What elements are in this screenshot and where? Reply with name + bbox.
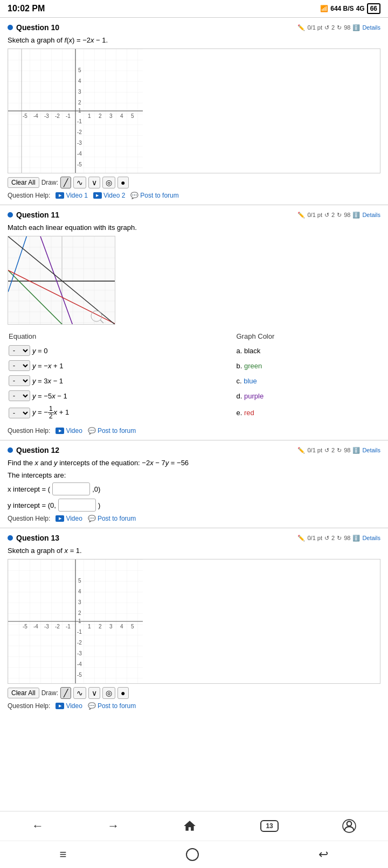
svg-text:3: 3: [109, 624, 113, 629]
question-12-help: Question Help: Video 💬 Post to forum: [8, 515, 380, 522]
bottom-nav: ← → 13 ≡ ↩: [0, 811, 388, 868]
question-13-video-label: Video: [66, 702, 82, 710]
question-12-prompt: Find the x and y intercepts of the equat…: [8, 459, 189, 467]
video-icon-11: [56, 428, 64, 434]
home-icon: [183, 819, 197, 833]
info-icon-13: ℹ️: [352, 535, 360, 542]
svg-point-77: [347, 821, 352, 826]
svg-text:-1: -1: [77, 629, 82, 635]
forum-icon-11: 💬: [88, 427, 96, 435]
svg-text:-1: -1: [77, 118, 82, 124]
draw-point-btn-13[interactable]: ●: [117, 687, 128, 699]
circle-icon: [185, 848, 199, 862]
question-12-forum-link[interactable]: 💬 Post to forum: [88, 515, 136, 522]
question-13-forum-link[interactable]: 💬 Post to forum: [88, 702, 136, 710]
question-12-video-link[interactable]: Video: [56, 515, 82, 522]
svg-text:2: 2: [99, 624, 102, 629]
match-select-0[interactable]: -abcde: [9, 345, 30, 356]
undo-icon-12: ↺: [324, 447, 329, 454]
match-select-1[interactable]: -abcde: [9, 360, 30, 371]
y-intercept-suffix: ): [98, 501, 100, 509]
question-13-video-link[interactable]: Video: [56, 702, 82, 710]
question-12-undo: 2: [331, 447, 335, 453]
question-10-section: Question 10 ✏️ 0/1 pt ↺ 2 ↻ 98 ℹ️ Detail…: [0, 17, 388, 205]
svg-text:4: 4: [120, 624, 123, 629]
question-11-details[interactable]: Details: [362, 212, 380, 218]
draw-dot-btn-10[interactable]: ◎: [102, 177, 115, 188]
edit-icon: ✏️: [297, 24, 305, 31]
menu-button[interactable]: ≡: [54, 845, 72, 864]
y-intercept-input[interactable]: [58, 499, 96, 512]
question-11-graph[interactable]: [8, 236, 115, 325]
svg-text:-4: -4: [77, 661, 82, 667]
info-icon-12: ℹ️: [352, 447, 360, 454]
graph-13-svg[interactable]: 5 4 3 2 1 -1 -2 -3 -4 -5 -5 -4 -3 -2 -1 …: [8, 559, 143, 683]
question-11-forum-link[interactable]: 💬 Post to forum: [88, 427, 136, 435]
graph-10-svg[interactable]: 5 4 3 2 1 -1 -2 -3 -4 -5 -5 -4 -3 -2 -1 …: [8, 49, 143, 173]
x-intercept-input[interactable]: [52, 482, 90, 495]
forward-button[interactable]: →: [102, 817, 124, 835]
svg-point-79: [186, 849, 198, 860]
question-10-details[interactable]: Details: [362, 24, 380, 31]
svg-text:-3: -3: [77, 140, 82, 146]
question-13-dot: [8, 535, 13, 541]
draw-wave-btn-10[interactable]: ∿: [73, 177, 86, 188]
match-select-3[interactable]: -abcde: [9, 390, 30, 401]
col-equation-header: Equation: [9, 330, 235, 342]
tabs-button[interactable]: 13: [255, 818, 283, 834]
question-13-undo: 2: [331, 535, 335, 541]
svg-text:-1: -1: [66, 113, 71, 119]
question-10-video1-link[interactable]: Video 1: [56, 192, 87, 199]
question-13-number: Question 13: [16, 534, 59, 542]
svg-text:1: 1: [78, 618, 81, 624]
status-network: 644 B/S: [330, 5, 354, 12]
profile-button[interactable]: [337, 817, 362, 835]
draw-v-btn-13[interactable]: ∨: [88, 687, 100, 699]
question-11-section: Question 11 ✏️ 0/1 pt ↺ 2 ↻ 98 ℹ️ Detail…: [0, 205, 388, 440]
svg-text:-2: -2: [55, 624, 60, 629]
question-13-redo: 98: [344, 535, 350, 541]
question-11-video-link[interactable]: Video: [56, 427, 82, 435]
question-10-dot: [8, 25, 13, 30]
back2-button[interactable]: ↩: [313, 845, 334, 864]
question-10-video2-link[interactable]: Video 2: [93, 192, 125, 199]
svg-text:1: 1: [88, 624, 91, 629]
svg-text:-2: -2: [55, 113, 60, 119]
match-select-4[interactable]: -abcde: [9, 408, 30, 418]
redo-icon-13: ↻: [337, 535, 342, 542]
color-label-3: d. purple: [237, 392, 264, 400]
circle-button[interactable]: [180, 845, 205, 864]
svg-text:3: 3: [109, 113, 113, 119]
edit-icon-13: ✏️: [297, 535, 305, 542]
question-10-forum-link[interactable]: 💬 Post to forum: [130, 192, 178, 199]
draw-wave-btn-13[interactable]: ∿: [73, 687, 86, 699]
clear-all-button-13[interactable]: Clear All: [8, 688, 39, 698]
svg-text:5: 5: [78, 578, 81, 584]
match-select-2[interactable]: -abcde: [9, 375, 30, 386]
edit-icon-12: ✏️: [297, 447, 305, 454]
back-button[interactable]: ←: [26, 817, 49, 835]
draw-v-btn-10[interactable]: ∨: [88, 177, 100, 188]
draw-dot-btn-13[interactable]: ◎: [102, 687, 115, 699]
question-11-forum-label: Post to forum: [98, 427, 136, 435]
question-12-details[interactable]: Details: [362, 447, 380, 453]
question-10-graph[interactable]: 5 4 3 2 1 -1 -2 -3 -4 -5 -5 -4 -3 -2 -1 …: [8, 48, 380, 173]
question-13-graph[interactable]: 5 4 3 2 1 -1 -2 -3 -4 -5 -5 -4 -3 -2 -1 …: [8, 559, 380, 684]
draw-label-13: Draw:: [41, 689, 58, 697]
clear-all-button-10[interactable]: Clear All: [8, 177, 39, 188]
draw-point-btn-10[interactable]: ●: [117, 177, 128, 188]
eq-0: y = 0: [32, 347, 48, 355]
status-bar: 10:02 PM 📶 644 B/S 4G 66: [0, 0, 388, 17]
home-button[interactable]: [177, 817, 202, 835]
svg-text:-2: -2: [77, 129, 82, 135]
question-13-pts: 0/1 pt: [307, 535, 322, 541]
draw-line-btn-13[interactable]: ╱: [60, 687, 71, 699]
draw-line-btn-10[interactable]: ╱: [60, 177, 71, 188]
question-10-help-label: Question Help:: [8, 192, 50, 199]
svg-text:-3: -3: [44, 624, 49, 629]
question-13-help: Question Help: Video 💬 Post to forum: [8, 702, 380, 710]
svg-text:2: 2: [78, 100, 81, 106]
question-13-title: Question 13: [8, 534, 59, 542]
question-13-details[interactable]: Details: [362, 535, 380, 541]
svg-text:5: 5: [78, 67, 81, 73]
